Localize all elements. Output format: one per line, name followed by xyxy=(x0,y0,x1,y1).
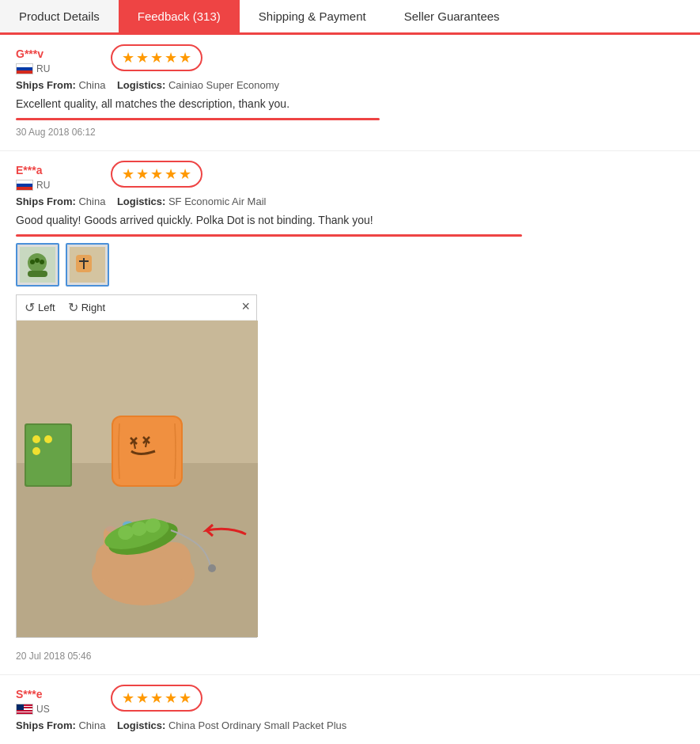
star-3: ★ xyxy=(150,165,163,183)
ships-from-value: China xyxy=(78,719,105,731)
svg-point-38 xyxy=(208,564,216,572)
tab-seller-guarantees[interactable]: Seller Guarantees xyxy=(385,0,519,32)
svg-point-15 xyxy=(32,447,40,455)
svg-rect-18 xyxy=(113,417,181,485)
logistics-value: China Post Ordinary Small Packet Plus xyxy=(168,719,346,731)
svg-point-14 xyxy=(32,435,40,443)
ships-from-label: Ships From: xyxy=(16,719,76,731)
ships-from-value: China xyxy=(78,79,105,91)
tab-product-details[interactable]: Product Details xyxy=(0,0,119,32)
logistics-value: Cainiao Super Economy xyxy=(168,79,279,91)
review-date: 30 Aug 2018 06:12 xyxy=(16,127,684,138)
star-2: ★ xyxy=(136,49,149,66)
logistics-label: Logistics: xyxy=(117,195,165,207)
flag-icon-ru-2 xyxy=(16,180,33,191)
star-1: ★ xyxy=(122,165,134,183)
review-date: 20 Jul 2018 05:46 xyxy=(16,651,684,662)
star-4: ★ xyxy=(165,165,177,183)
rotate-left-button[interactable]: ↺ Left xyxy=(25,300,55,315)
star-3: ★ xyxy=(150,689,163,707)
reviewer-name: S***e xyxy=(16,688,95,700)
country-label: RU xyxy=(36,180,50,191)
svg-point-5 xyxy=(40,260,44,264)
country-label: RU xyxy=(36,63,50,74)
country-label: US xyxy=(36,704,50,715)
star-4: ★ xyxy=(165,689,177,707)
star-5: ★ xyxy=(179,165,191,183)
review-item: E***a RU ★ ★ ★ ★ ★ Ships From: China Log… xyxy=(0,151,700,675)
stars-rating: ★ ★ ★ ★ ★ xyxy=(111,44,202,71)
review-text: Good quality! Goods arrived quickly. Pol… xyxy=(16,214,684,226)
review-underline xyxy=(16,118,380,120)
star-1: ★ xyxy=(122,689,134,707)
svg-point-16 xyxy=(44,435,52,443)
shipping-info: Ships From: China Logistics: SF Economic… xyxy=(16,195,684,207)
shipping-info: Ships From: China Logistics: Cainiao Sup… xyxy=(16,79,684,91)
reviewer-name: E***a xyxy=(16,164,95,177)
ships-from-label: Ships From: xyxy=(16,195,76,207)
star-1: ★ xyxy=(122,49,134,66)
review-text: Excellent quality, all matches the descr… xyxy=(16,97,684,110)
review-item: G***v RU ★ ★ ★ ★ ★ Ships From: China Log… xyxy=(0,35,700,151)
star-2: ★ xyxy=(136,689,149,707)
right-label: Right xyxy=(81,302,105,313)
review-thumb-1[interactable] xyxy=(16,243,59,287)
star-5: ★ xyxy=(179,689,191,707)
close-viewer-button[interactable]: × xyxy=(241,298,250,315)
tab-shipping-payment[interactable]: Shipping & Payment xyxy=(240,0,385,32)
star-2: ★ xyxy=(136,165,149,183)
rotate-left-icon: ↺ xyxy=(25,300,35,315)
review-thumbnails xyxy=(16,243,684,287)
review-thumb-2[interactable] xyxy=(66,243,109,287)
svg-rect-13 xyxy=(26,425,70,485)
logistics-value: SF Economic Air Mail xyxy=(168,195,267,207)
reviewer-name: G***v xyxy=(16,47,95,60)
svg-point-3 xyxy=(30,260,35,264)
svg-point-4 xyxy=(35,258,40,263)
rotate-right-button[interactable]: ↻ Right xyxy=(68,300,105,315)
logistics-label: Logistics: xyxy=(117,79,165,91)
ships-from-label: Ships From: xyxy=(16,79,76,91)
star-5: ★ xyxy=(179,49,191,66)
left-label: Left xyxy=(38,302,55,313)
star-4: ★ xyxy=(165,49,177,66)
review-item: S***e US ★ ★ ★ ★ ★ Ships From: China Log… xyxy=(0,675,700,744)
tab-feedback[interactable]: Feedback (313) xyxy=(119,0,240,32)
review-underline xyxy=(16,234,522,237)
tabs-bar: Product Details Feedback (313) Shipping … xyxy=(0,0,700,35)
stars-rating: ★ ★ ★ ★ ★ xyxy=(111,685,202,712)
logistics-label: Logistics: xyxy=(117,719,165,731)
image-viewer: ↺ Left ↻ Right × xyxy=(16,294,257,638)
main-review-image xyxy=(17,321,258,637)
flag-icon-ru xyxy=(16,63,33,74)
star-3: ★ xyxy=(150,49,163,66)
ships-from-value: China xyxy=(78,195,105,207)
flag-icon-us xyxy=(16,704,33,715)
shipping-info: Ships From: China Logistics: China Post … xyxy=(16,719,684,731)
svg-rect-2 xyxy=(28,271,47,277)
stars-rating: ★ ★ ★ ★ ★ xyxy=(111,161,202,188)
rotate-right-icon: ↻ xyxy=(68,300,78,315)
